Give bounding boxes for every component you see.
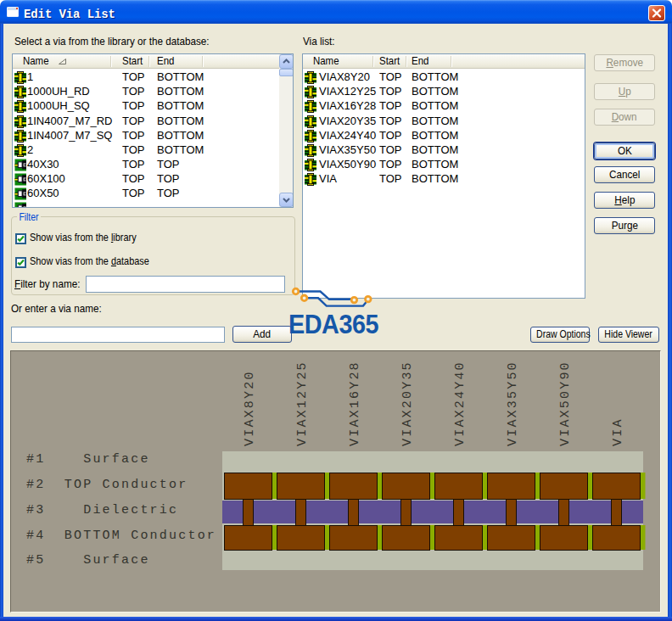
svg-text:VIAX35Y50: VIAX35Y50 <box>506 361 520 446</box>
svg-text:VIAX16Y28: VIAX16Y28 <box>348 361 362 446</box>
svg-text:VIAX50Y90: VIAX50Y90 <box>558 361 573 446</box>
svg-text:#2 TOP Conductor: #2 TOP Conductor <box>26 478 188 492</box>
svg-text:VIAX24Y40: VIAX24Y40 <box>453 361 468 446</box>
svg-text:VIAX8Y20: VIAX8Y20 <box>243 370 257 446</box>
svg-text:VIAX12Y25: VIAX12Y25 <box>295 361 310 446</box>
svg-text:VIA: VIA <box>611 417 625 446</box>
svg-text:#4 BOTTOM Conductor: #4 BOTTOM Conductor <box>26 529 216 543</box>
svg-text:VIAX20Y35: VIAX20Y35 <box>400 361 415 446</box>
svg-text:#5 Surface: #5 Surface <box>26 553 150 568</box>
svg-text:#3 Dielectric: #3 Dielectric <box>26 503 178 518</box>
svg-text:#1 Surface: #1 Surface <box>26 452 150 467</box>
